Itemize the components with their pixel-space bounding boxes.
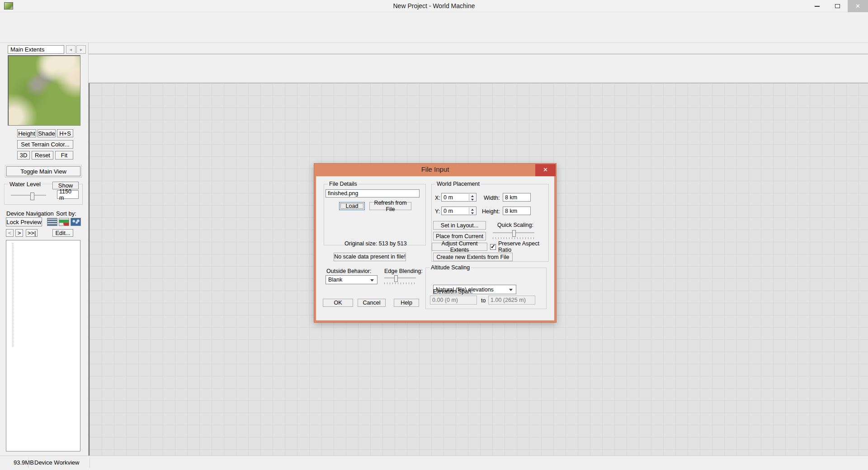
- main-toolbar: [0, 24, 868, 43]
- edit-button[interactable]: Edit...: [52, 229, 73, 237]
- x-spinner[interactable]: [469, 194, 476, 201]
- dialog-close-button[interactable]: ✕: [535, 164, 556, 176]
- quick-scaling-thumb[interactable]: [512, 230, 516, 237]
- original-size-text: Original size: 513 by 513: [344, 240, 407, 247]
- device-navigation-label: Device Navigation: [6, 210, 54, 217]
- sort-device-icon[interactable]: [59, 218, 69, 226]
- x-field[interactable]: 0 m: [441, 193, 476, 202]
- place-from-current-button[interactable]: Place from Current: [433, 232, 486, 240]
- nav-last-button[interactable]: >>|: [26, 229, 38, 237]
- status-separator: [90, 458, 90, 468]
- ok-button[interactable]: OK: [323, 299, 353, 307]
- y-label: Y:: [435, 208, 440, 215]
- outside-behavior-label: Outside Behavior:: [326, 268, 371, 274]
- title-bar: New Project - World Machine ✕: [0, 0, 868, 12]
- water-level-value[interactable]: 1150 m: [57, 190, 79, 199]
- elevation-to-field[interactable]: 1.00 (2625 m): [488, 296, 535, 305]
- device-tabs-row: [89, 43, 868, 54]
- preview-height-button[interactable]: Height: [17, 129, 36, 137]
- minimize-icon: [815, 6, 820, 7]
- x-value: 0 m: [443, 194, 453, 201]
- lock-preview-button[interactable]: Lock Preview: [6, 217, 42, 226]
- terrain-preview[interactable]: [8, 55, 80, 126]
- elevation-to-word: to: [481, 297, 486, 304]
- 3d-button[interactable]: 3D: [17, 151, 30, 160]
- help-button[interactable]: Help: [394, 299, 419, 307]
- dialog-title[interactable]: File Input: [314, 164, 556, 176]
- set-terrain-color-button[interactable]: Set Terrain Color...: [17, 140, 73, 149]
- load-button[interactable]: Load: [339, 202, 365, 210]
- preview-shade-button[interactable]: Shade: [38, 129, 56, 137]
- window-title: New Project - World Machine: [0, 2, 868, 9]
- preserve-aspect-row[interactable]: Preserve Aspect Ratio: [490, 244, 554, 250]
- y-spinner[interactable]: [469, 207, 476, 214]
- status-separator: [28, 458, 28, 468]
- refresh-from-file-button[interactable]: Refresh from File: [369, 202, 411, 210]
- left-panel: Main Extents ◂ ▸ Height Shade H+S Set Te…: [0, 43, 89, 456]
- preview-hs-button[interactable]: H+S: [57, 129, 73, 137]
- toggle-main-view-button[interactable]: Toggle Main View: [6, 166, 80, 176]
- edge-blending-label: Edge Blending:: [384, 268, 423, 274]
- adjust-current-extents-button[interactable]: Adjust Current Extents: [432, 243, 487, 251]
- quick-scaling-slider[interactable]: [493, 230, 534, 237]
- menu-bar: [0, 12, 868, 24]
- world-placement-legend: World Placement: [435, 181, 481, 187]
- edge-blending-thumb[interactable]: [394, 275, 398, 282]
- extents-prev-button[interactable]: ◂: [66, 45, 75, 54]
- water-slider-thumb[interactable]: [30, 193, 34, 200]
- width-field[interactable]: 8 km: [503, 193, 531, 202]
- water-level-slider[interactable]: [11, 193, 46, 200]
- fit-button[interactable]: Fit: [55, 151, 73, 160]
- nav-prev-button[interactable]: <: [6, 229, 14, 237]
- outside-behavior-select[interactable]: Blank: [326, 275, 377, 284]
- water-level-label: Water Level: [8, 181, 42, 188]
- altitude-scaling-legend: Altitude Scaling: [429, 264, 471, 271]
- extents-next-button[interactable]: ▸: [76, 45, 86, 54]
- sort-list-icon[interactable]: [47, 218, 57, 226]
- width-label: Width:: [484, 195, 500, 201]
- preserve-aspect-checkbox[interactable]: [490, 244, 496, 250]
- create-new-extents-button[interactable]: Create new Extents from File: [433, 253, 513, 261]
- height-field[interactable]: 8 km: [503, 207, 531, 215]
- page-tabs-row: [89, 71, 868, 83]
- set-in-layout-button[interactable]: Set in Layout...: [433, 221, 486, 230]
- preserve-aspect-label: Preserve Aspect Ratio: [498, 240, 554, 253]
- maximize-button[interactable]: [827, 0, 848, 12]
- edge-blending-slider[interactable]: [384, 275, 416, 282]
- maximize-icon: [835, 4, 840, 8]
- reset-button[interactable]: Reset: [32, 151, 53, 160]
- cancel-button[interactable]: Cancel: [358, 299, 386, 307]
- elevation-span-label: Elevation Span:: [433, 288, 473, 295]
- device-tree-line: [13, 243, 13, 347]
- sort-by-label: Sort by:: [56, 210, 76, 217]
- minimize-button[interactable]: [807, 0, 827, 12]
- elevation-from-field[interactable]: 0.00 (0 m): [430, 296, 477, 305]
- height-label: Height:: [482, 208, 500, 215]
- dialog-body: File Details finished.png Load Refresh f…: [316, 176, 554, 320]
- close-button[interactable]: ✕: [848, 0, 868, 12]
- file-details-legend: File Details: [328, 181, 359, 187]
- y-value: 0 m: [443, 208, 453, 214]
- device-list: [6, 240, 80, 451]
- sort-world-icon[interactable]: [71, 218, 81, 226]
- quick-scaling-label: Quick Scaling:: [497, 222, 533, 228]
- current-view-label: Device Workview: [34, 459, 79, 466]
- nav-next-button[interactable]: >: [15, 229, 23, 237]
- generator-palette: [89, 54, 868, 71]
- status-bar: 93.9MB Device Workview: [0, 456, 868, 470]
- memory-usage: 93.9MB: [14, 459, 34, 466]
- filename-field[interactable]: finished.png: [326, 189, 420, 197]
- x-label: X:: [435, 195, 440, 201]
- y-field[interactable]: 0 m: [441, 207, 476, 215]
- no-scale-data-notice: No scale data present in file!: [334, 253, 406, 261]
- file-input-dialog: File Input ✕ File Details finished.png L…: [314, 163, 557, 323]
- extents-selector[interactable]: Main Extents: [8, 45, 64, 54]
